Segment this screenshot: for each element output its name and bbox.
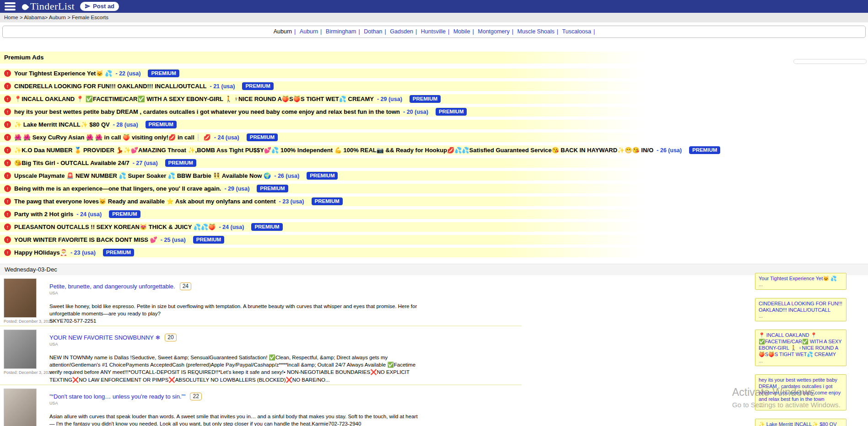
premium-badge[interactable]: PREMIUM bbox=[312, 197, 343, 205]
sidebar-ad-title[interactable]: Your Tightest Experience Yet🐱 💦 bbox=[759, 275, 843, 282]
premium-ad-age: - 23 (usa) bbox=[70, 250, 96, 256]
premium-ad-title[interactable]: 🌺 🌺 Sexy CuRvy Asian 🌺 🌺 in call 🍑 visit… bbox=[14, 134, 211, 141]
sidebar-ad-ellipsis: ... bbox=[759, 282, 843, 287]
premium-ad-row[interactable]: ↑ Being with me is an experience—one tha… bbox=[0, 184, 868, 193]
sidebar-ad-box[interactable]: ✨ Lake Merritt INCALL✨ $80 QV ... bbox=[755, 419, 846, 426]
premium-ad-row[interactable]: ↑ ✨ Lake Merritt INCALL✨ $80 QV - 28 (us… bbox=[0, 120, 868, 129]
listing-thumb-column: Posted: December 3, 2025 bbox=[4, 278, 40, 325]
premium-badge[interactable]: PREMIUM bbox=[689, 146, 720, 154]
listings-feed: Posted: December 3, 2025 Petite, brunett… bbox=[0, 275, 522, 426]
city-link[interactable]: Dothan bbox=[364, 28, 382, 35]
premium-ad-title[interactable]: ✨ Lake Merritt INCALL✨ $80 QV bbox=[14, 121, 110, 128]
sidebar-ad-title[interactable]: ✨ Lake Merritt INCALL✨ $80 QV bbox=[759, 421, 843, 426]
city-link[interactable]: Tuscaloosa bbox=[562, 28, 591, 35]
site-logo[interactable]: TinderList bbox=[22, 0, 75, 12]
top-right-scrollbar[interactable] bbox=[793, 59, 867, 64]
premium-ad-row[interactable]: ↑ PLEASANTON OUTCALLS !! SEXY KOREAN😻 TH… bbox=[0, 222, 868, 232]
premium-badge[interactable]: PREMIUM bbox=[251, 223, 282, 231]
listing-thumbnail-photo[interactable] bbox=[4, 330, 37, 369]
listing-age-badge: 20 bbox=[165, 334, 176, 341]
city-link[interactable]: Gadsden bbox=[390, 28, 413, 35]
premium-ad-title[interactable]: CINDERELLA LOOKING FOR FUN!!! OAKLAND!!!… bbox=[14, 83, 207, 90]
city-link[interactable]: Montgomery bbox=[478, 28, 509, 35]
sidebar-ad-title[interactable]: hey its your best wettes petite baby DRE… bbox=[759, 377, 843, 402]
premium-ad-row[interactable]: ↑ The pawg that everyone loves🐱 Ready an… bbox=[0, 197, 868, 206]
breadcrumb-item[interactable]: Female Escorts bbox=[72, 15, 108, 20]
premium-ad-title[interactable]: PLEASANTON OUTCALLS !! SEXY KOREAN😻 THIC… bbox=[14, 224, 216, 230]
breadcrumb-item[interactable]: Home bbox=[4, 15, 18, 20]
city-link[interactable]: Muscle Shoals bbox=[517, 28, 554, 35]
bump-up-icon: ↑ bbox=[4, 236, 11, 243]
premium-sidebar: Your Tightest Experience Yet🐱 💦 ... CIND… bbox=[755, 273, 846, 426]
premium-badge[interactable]: PREMIUM bbox=[247, 133, 278, 141]
premium-badge[interactable]: PREMIUM bbox=[410, 95, 441, 103]
premium-ad-row[interactable]: ↑ Happy HOlidays🎅 - 23 (usa) PREMIUM bbox=[0, 248, 868, 257]
listing-title-link[interactable]: YOUR NEW FAVORITE SNOWBUNNY ❄ bbox=[49, 334, 160, 341]
premium-badge[interactable]: PREMIUM bbox=[193, 236, 224, 244]
premium-ad-age: - 21 (usa) bbox=[210, 83, 235, 90]
premium-ad-row[interactable]: ↑ Upscale Playmate 🚨 NEW NUMBER 💦 Super … bbox=[0, 171, 868, 181]
city-link[interactable]: Huntsville bbox=[421, 28, 446, 35]
city-link[interactable]: Birmingham bbox=[326, 28, 356, 35]
sidebar-ad-title[interactable]: CINDERELLA LOOKING FOR FUN!!! OAKLAND!!!… bbox=[759, 300, 843, 313]
premium-badge[interactable]: PREMIUM bbox=[436, 108, 467, 116]
premium-ad-title[interactable]: Happy HOlidays🎅 bbox=[14, 249, 67, 256]
listing-thumb-column: Posted: December 3, 2025 bbox=[4, 389, 40, 426]
premium-ad-row[interactable]: ↑ ✨K.O Daa NUMBER 🏅 PROVIDER 💃✨💕AMAZING … bbox=[0, 145, 868, 155]
post-ad-button[interactable]: Post ad bbox=[80, 2, 119, 11]
premium-ad-row[interactable]: ↑ YOUR WINTER FAVORITE IS BACK DONT MISS… bbox=[0, 235, 868, 245]
breadcrumb-item[interactable]: Auburn bbox=[49, 15, 66, 20]
listing-thumbnail-photo[interactable] bbox=[4, 389, 37, 426]
bump-up-icon: ↑ bbox=[4, 108, 11, 115]
sidebar-ad-title[interactable]: 📍 INCALL OAKLAND 📍 ✅FACETIME/CAR✅ WITH A… bbox=[759, 332, 843, 357]
premium-ad-row[interactable]: ↑ 🌺 🌺 Sexy CuRvy Asian 🌺 🌺 in call 🍑 vis… bbox=[0, 133, 868, 142]
premium-ads-list: ↑ Your Tightest Experience Yet🐱 💦 - 22 (… bbox=[0, 69, 868, 257]
top-header-bar: TinderList Post ad bbox=[0, 0, 868, 13]
premium-ad-age: - 20 (usa) bbox=[403, 109, 428, 115]
city-separator: | bbox=[294, 28, 296, 35]
premium-ad-title[interactable]: ✨K.O Daa NUMBER 🏅 PROVIDER 💃✨💕AMAZING Th… bbox=[14, 147, 653, 154]
premium-badge[interactable]: PREMIUM bbox=[307, 172, 338, 180]
premium-ad-title[interactable]: 📍INCALL OAKLAND 📍 ✅FACETIME/CAR✅ WITH A … bbox=[14, 96, 374, 102]
premium-ad-title[interactable]: Your Tightest Experience Yet🐱 💦 bbox=[14, 70, 113, 77]
premium-ad-age: - 23 (usa) bbox=[279, 198, 304, 205]
premium-ad-title[interactable]: The pawg that everyone loves🐱 Ready and … bbox=[14, 198, 276, 205]
sidebar-ad-box[interactable]: hey its your best wettes petite baby DRE… bbox=[755, 374, 846, 410]
premium-badge[interactable]: PREMIUM bbox=[103, 249, 134, 256]
sidebar-ad-box[interactable]: Your Tightest Experience Yet🐱 💦 ... bbox=[755, 273, 846, 290]
sidebar-ad-box[interactable]: CINDERELLA LOOKING FOR FUN!!! OAKLAND!!!… bbox=[755, 298, 846, 321]
premium-ad-title[interactable]: 😘Big Tits Girl - OUTCALL Available 24/7 bbox=[14, 160, 129, 166]
listing-thumbnail-photo[interactable] bbox=[4, 278, 37, 318]
premium-ad-row[interactable]: ↑ Your Tightest Experience Yet🐱 💦 - 22 (… bbox=[0, 69, 868, 78]
city-separator: | bbox=[557, 28, 558, 35]
premium-ad-title[interactable]: Upscale Playmate 🚨 NEW NUMBER 💦 Super So… bbox=[14, 172, 271, 179]
premium-ad-row[interactable]: ↑ hey its your best wettes petite baby D… bbox=[0, 107, 868, 117]
sidebar-ad-box[interactable]: 📍 INCALL OAKLAND 📍 ✅FACETIME/CAR✅ WITH A… bbox=[755, 330, 846, 366]
premium-badge[interactable]: PREMIUM bbox=[109, 210, 140, 218]
premium-ad-row[interactable]: ↑ 😘Big Tits Girl - OUTCALL Available 24/… bbox=[0, 158, 868, 168]
premium-ad-row[interactable]: ↑ Party with 2 Hot girls - 24 (usa) PREM… bbox=[0, 209, 868, 219]
premium-badge[interactable]: PREMIUM bbox=[257, 185, 288, 192]
hamburger-menu-icon[interactable] bbox=[4, 1, 16, 11]
city-separator: | bbox=[512, 28, 513, 35]
listing-title-link[interactable]: Petite, brunette, and dangerously unforg… bbox=[49, 283, 175, 290]
premium-ad-row[interactable]: ↑ 📍INCALL OAKLAND 📍 ✅FACETIME/CAR✅ WITH … bbox=[0, 94, 868, 104]
premium-ad-age: - 29 (usa) bbox=[377, 96, 402, 102]
premium-badge[interactable]: PREMIUM bbox=[148, 69, 179, 77]
city-link[interactable]: Auburn bbox=[274, 28, 292, 35]
bump-up-icon: ↑ bbox=[4, 198, 11, 205]
premium-badge[interactable]: PREMIUM bbox=[165, 159, 196, 167]
premium-ad-title[interactable]: YOUR WINTER FAVORITE IS BACK DONT MISS 💕 bbox=[14, 236, 157, 243]
premium-ad-title[interactable]: hey its your best wettes petite baby DRE… bbox=[14, 108, 400, 115]
premium-ad-row[interactable]: ↑ CINDERELLA LOOKING FOR FUN!!! OAKLAND!… bbox=[0, 81, 868, 91]
premium-badge[interactable]: PREMIUM bbox=[242, 82, 273, 90]
premium-ad-title[interactable]: Being with me is an experience—one that … bbox=[14, 185, 221, 192]
city-link[interactable]: Mobile bbox=[453, 28, 470, 35]
breadcrumb-item[interactable]: Alabama bbox=[24, 15, 44, 20]
breadcrumb: Home > Alabama> Auburn > Female Escorts bbox=[0, 13, 868, 22]
city-link[interactable]: Auburn bbox=[300, 28, 318, 35]
premium-ad-title[interactable]: Party with 2 Hot girls bbox=[14, 211, 73, 218]
listing-title-link[interactable]: "“Don't stare too long… unless you're re… bbox=[49, 393, 185, 400]
premium-badge[interactable]: PREMIUM bbox=[146, 121, 177, 128]
sidebar-ad-ellipsis: ... bbox=[759, 313, 843, 319]
